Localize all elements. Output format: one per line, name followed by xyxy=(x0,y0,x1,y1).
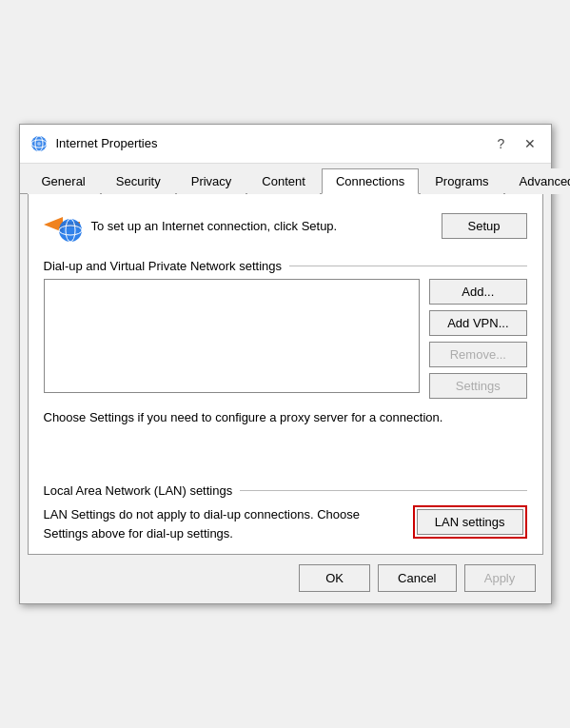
setup-button[interactable]: Setup xyxy=(442,213,527,239)
svg-point-5 xyxy=(59,219,82,242)
tab-programs[interactable]: Programs xyxy=(421,168,502,194)
close-button[interactable]: ✕ xyxy=(519,132,541,155)
dialog-title: Internet Properties xyxy=(56,136,158,150)
internet-properties-dialog: Internet Properties ? ✕ General Security… xyxy=(19,124,552,605)
ie-icon xyxy=(29,134,49,153)
ok-button[interactable]: OK xyxy=(299,564,370,592)
lan-settings-button[interactable]: LAN settings xyxy=(417,509,523,535)
tab-connections[interactable]: Connections xyxy=(322,168,419,194)
cancel-button[interactable]: Cancel xyxy=(378,564,456,592)
add-vpn-button[interactable]: Add VPN... xyxy=(429,310,526,336)
vpn-section-title: Dial-up and Virtual Private Network sett… xyxy=(44,259,527,273)
settings-button[interactable]: Settings xyxy=(429,373,526,399)
title-bar-controls: ? ✕ xyxy=(490,132,541,155)
footer: OK Cancel Apply xyxy=(20,555,551,603)
tab-general[interactable]: General xyxy=(28,168,100,194)
setup-icon xyxy=(44,209,82,244)
lan-button-highlight: LAN settings xyxy=(413,505,527,539)
tab-bar: General Security Privacy Content Connect… xyxy=(20,164,551,194)
setup-text: To set up an Internet connection, click … xyxy=(91,218,338,235)
vpn-buttons: Add... Add VPN... Remove... Settings xyxy=(429,279,526,399)
title-bar-left: Internet Properties xyxy=(29,134,158,153)
vpn-area: Add... Add VPN... Remove... Settings xyxy=(44,279,527,399)
setup-section: To set up an Internet connection, click … xyxy=(44,209,527,244)
tab-advanced[interactable]: Advanced xyxy=(505,168,570,194)
apply-button[interactable]: Apply xyxy=(464,564,536,592)
lan-section-title: Local Area Network (LAN) settings xyxy=(44,483,527,498)
lan-section: Local Area Network (LAN) settings LAN Se… xyxy=(44,483,527,542)
proxy-text: Choose Settings if you need to configure… xyxy=(44,408,527,427)
remove-button[interactable]: Remove... xyxy=(429,342,526,367)
title-bar: Internet Properties ? ✕ xyxy=(20,125,551,164)
lan-text: LAN Settings do not apply to dial-up con… xyxy=(44,505,403,542)
tab-security[interactable]: Security xyxy=(102,168,175,194)
tab-privacy[interactable]: Privacy xyxy=(177,168,246,194)
lan-area: LAN Settings do not apply to dial-up con… xyxy=(44,505,527,542)
tab-content[interactable]: Content xyxy=(247,168,320,194)
add-button[interactable]: Add... xyxy=(429,279,526,305)
svg-point-3 xyxy=(37,142,41,146)
setup-left: To set up an Internet connection, click … xyxy=(44,209,338,244)
vpn-list[interactable] xyxy=(44,279,421,393)
main-content: To set up an Internet connection, click … xyxy=(28,194,543,556)
help-button[interactable]: ? xyxy=(490,132,513,155)
